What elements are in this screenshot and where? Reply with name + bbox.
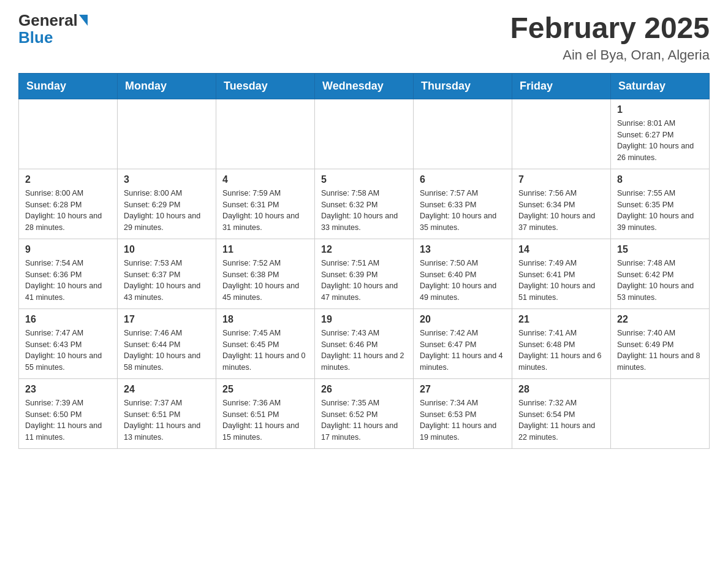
calendar-week-4: 16Sunrise: 7:47 AMSunset: 6:43 PMDayligh… bbox=[19, 308, 710, 378]
calendar-cell bbox=[216, 99, 315, 169]
calendar-week-2: 2Sunrise: 8:00 AMSunset: 6:28 PMDaylight… bbox=[19, 169, 710, 239]
calendar-cell: 7Sunrise: 7:56 AMSunset: 6:34 PMDaylight… bbox=[512, 169, 611, 239]
calendar-cell bbox=[414, 99, 512, 169]
logo-blue-text: Blue bbox=[18, 28, 53, 47]
calendar-cell: 23Sunrise: 7:39 AMSunset: 6:50 PMDayligh… bbox=[19, 378, 118, 448]
day-number: 12 bbox=[321, 244, 407, 255]
logo-general-text: General bbox=[18, 12, 78, 28]
calendar-subtitle: Ain el Bya, Oran, Algeria bbox=[510, 47, 710, 63]
day-number: 19 bbox=[321, 314, 407, 325]
day-number: 1 bbox=[617, 104, 703, 115]
calendar-cell bbox=[512, 99, 611, 169]
col-friday: Friday bbox=[512, 73, 611, 99]
calendar-cell: 6Sunrise: 7:57 AMSunset: 6:33 PMDaylight… bbox=[414, 169, 512, 239]
calendar-cell bbox=[611, 378, 710, 448]
calendar-week-3: 9Sunrise: 7:54 AMSunset: 6:36 PMDaylight… bbox=[19, 239, 710, 308]
calendar-title: February 2025 bbox=[510, 12, 710, 45]
day-info: Sunrise: 7:34 AMSunset: 6:53 PMDaylight:… bbox=[420, 397, 506, 443]
day-info: Sunrise: 7:58 AMSunset: 6:32 PMDaylight:… bbox=[321, 188, 407, 234]
day-info: Sunrise: 7:36 AMSunset: 6:51 PMDaylight:… bbox=[222, 397, 308, 443]
calendar-cell: 8Sunrise: 7:55 AMSunset: 6:35 PMDaylight… bbox=[611, 169, 710, 239]
day-info: Sunrise: 7:57 AMSunset: 6:33 PMDaylight:… bbox=[420, 188, 506, 234]
day-info: Sunrise: 7:37 AMSunset: 6:51 PMDaylight:… bbox=[124, 397, 210, 443]
calendar-cell: 5Sunrise: 7:58 AMSunset: 6:32 PMDaylight… bbox=[315, 169, 414, 239]
day-number: 13 bbox=[420, 244, 506, 255]
day-number: 25 bbox=[222, 384, 308, 395]
day-info: Sunrise: 7:48 AMSunset: 6:42 PMDaylight:… bbox=[617, 258, 703, 304]
day-number: 17 bbox=[124, 314, 210, 325]
calendar-cell: 4Sunrise: 7:59 AMSunset: 6:31 PMDaylight… bbox=[216, 169, 315, 239]
day-number: 14 bbox=[518, 244, 604, 255]
day-info: Sunrise: 7:49 AMSunset: 6:41 PMDaylight:… bbox=[518, 258, 604, 304]
col-tuesday: Tuesday bbox=[216, 73, 315, 99]
col-saturday: Saturday bbox=[611, 73, 710, 99]
day-info: Sunrise: 8:01 AMSunset: 6:27 PMDaylight:… bbox=[617, 118, 703, 164]
calendar-week-5: 23Sunrise: 7:39 AMSunset: 6:50 PMDayligh… bbox=[19, 378, 710, 448]
logo-arrow-icon bbox=[79, 15, 88, 26]
day-number: 9 bbox=[25, 244, 111, 255]
calendar-title-area: February 2025 Ain el Bya, Oran, Algeria bbox=[510, 12, 710, 63]
day-number: 6 bbox=[420, 174, 506, 185]
day-number: 20 bbox=[420, 314, 506, 325]
day-info: Sunrise: 7:54 AMSunset: 6:36 PMDaylight:… bbox=[25, 258, 111, 304]
calendar-cell: 18Sunrise: 7:45 AMSunset: 6:45 PMDayligh… bbox=[216, 308, 315, 378]
col-monday: Monday bbox=[118, 73, 216, 99]
calendar-cell: 12Sunrise: 7:51 AMSunset: 6:39 PMDayligh… bbox=[315, 239, 414, 308]
day-info: Sunrise: 7:41 AMSunset: 6:48 PMDaylight:… bbox=[518, 327, 604, 373]
calendar-table: Sunday Monday Tuesday Wednesday Thursday… bbox=[18, 73, 710, 449]
day-info: Sunrise: 7:51 AMSunset: 6:39 PMDaylight:… bbox=[321, 258, 407, 304]
day-info: Sunrise: 7:39 AMSunset: 6:50 PMDaylight:… bbox=[25, 397, 111, 443]
calendar-header-row: Sunday Monday Tuesday Wednesday Thursday… bbox=[19, 73, 710, 99]
logo: General Blue bbox=[18, 12, 89, 47]
day-info: Sunrise: 7:35 AMSunset: 6:52 PMDaylight:… bbox=[321, 397, 407, 443]
calendar-cell: 10Sunrise: 7:53 AMSunset: 6:37 PMDayligh… bbox=[118, 239, 216, 308]
day-number: 21 bbox=[518, 314, 604, 325]
calendar-cell bbox=[19, 99, 118, 169]
col-wednesday: Wednesday bbox=[315, 73, 414, 99]
day-info: Sunrise: 7:45 AMSunset: 6:45 PMDaylight:… bbox=[222, 327, 308, 373]
day-info: Sunrise: 8:00 AMSunset: 6:28 PMDaylight:… bbox=[25, 188, 111, 234]
day-number: 5 bbox=[321, 174, 407, 185]
page-header: General Blue February 2025 Ain el Bya, O… bbox=[18, 12, 710, 63]
calendar-cell: 28Sunrise: 7:32 AMSunset: 6:54 PMDayligh… bbox=[512, 378, 611, 448]
calendar-cell: 17Sunrise: 7:46 AMSunset: 6:44 PMDayligh… bbox=[118, 308, 216, 378]
calendar-cell: 20Sunrise: 7:42 AMSunset: 6:47 PMDayligh… bbox=[414, 308, 512, 378]
day-info: Sunrise: 7:53 AMSunset: 6:37 PMDaylight:… bbox=[124, 258, 210, 304]
calendar-cell: 26Sunrise: 7:35 AMSunset: 6:52 PMDayligh… bbox=[315, 378, 414, 448]
day-info: Sunrise: 7:55 AMSunset: 6:35 PMDaylight:… bbox=[617, 188, 703, 234]
day-number: 27 bbox=[420, 384, 506, 395]
day-number: 8 bbox=[617, 174, 703, 185]
day-number: 15 bbox=[617, 244, 703, 255]
day-info: Sunrise: 8:00 AMSunset: 6:29 PMDaylight:… bbox=[124, 188, 210, 234]
calendar-cell: 19Sunrise: 7:43 AMSunset: 6:46 PMDayligh… bbox=[315, 308, 414, 378]
calendar-cell: 24Sunrise: 7:37 AMSunset: 6:51 PMDayligh… bbox=[118, 378, 216, 448]
day-number: 7 bbox=[518, 174, 604, 185]
calendar-cell: 15Sunrise: 7:48 AMSunset: 6:42 PMDayligh… bbox=[611, 239, 710, 308]
calendar-cell: 9Sunrise: 7:54 AMSunset: 6:36 PMDaylight… bbox=[19, 239, 118, 308]
calendar-cell: 1Sunrise: 8:01 AMSunset: 6:27 PMDaylight… bbox=[611, 99, 710, 169]
day-info: Sunrise: 7:43 AMSunset: 6:46 PMDaylight:… bbox=[321, 327, 407, 373]
calendar-cell: 2Sunrise: 8:00 AMSunset: 6:28 PMDaylight… bbox=[19, 169, 118, 239]
calendar-cell: 21Sunrise: 7:41 AMSunset: 6:48 PMDayligh… bbox=[512, 308, 611, 378]
calendar-cell: 3Sunrise: 8:00 AMSunset: 6:29 PMDaylight… bbox=[118, 169, 216, 239]
day-number: 11 bbox=[222, 244, 308, 255]
day-info: Sunrise: 7:59 AMSunset: 6:31 PMDaylight:… bbox=[222, 188, 308, 234]
calendar-cell: 13Sunrise: 7:50 AMSunset: 6:40 PMDayligh… bbox=[414, 239, 512, 308]
calendar-cell: 16Sunrise: 7:47 AMSunset: 6:43 PMDayligh… bbox=[19, 308, 118, 378]
calendar-cell: 14Sunrise: 7:49 AMSunset: 6:41 PMDayligh… bbox=[512, 239, 611, 308]
day-number: 2 bbox=[25, 174, 111, 185]
day-info: Sunrise: 7:32 AMSunset: 6:54 PMDaylight:… bbox=[518, 397, 604, 443]
day-info: Sunrise: 7:40 AMSunset: 6:49 PMDaylight:… bbox=[617, 327, 703, 373]
calendar-cell: 25Sunrise: 7:36 AMSunset: 6:51 PMDayligh… bbox=[216, 378, 315, 448]
calendar-cell bbox=[118, 99, 216, 169]
day-info: Sunrise: 7:42 AMSunset: 6:47 PMDaylight:… bbox=[420, 327, 506, 373]
day-info: Sunrise: 7:46 AMSunset: 6:44 PMDaylight:… bbox=[124, 327, 210, 373]
calendar-cell: 27Sunrise: 7:34 AMSunset: 6:53 PMDayligh… bbox=[414, 378, 512, 448]
day-info: Sunrise: 7:56 AMSunset: 6:34 PMDaylight:… bbox=[518, 188, 604, 234]
col-thursday: Thursday bbox=[414, 73, 512, 99]
day-number: 10 bbox=[124, 244, 210, 255]
calendar-cell: 11Sunrise: 7:52 AMSunset: 6:38 PMDayligh… bbox=[216, 239, 315, 308]
day-info: Sunrise: 7:47 AMSunset: 6:43 PMDaylight:… bbox=[25, 327, 111, 373]
day-number: 24 bbox=[124, 384, 210, 395]
col-sunday: Sunday bbox=[19, 73, 118, 99]
